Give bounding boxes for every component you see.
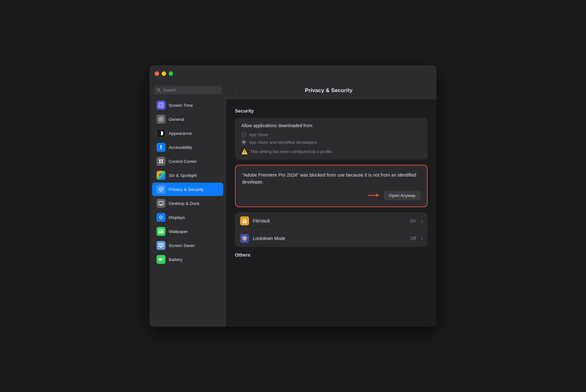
minimize-button[interactable] <box>162 71 166 76</box>
app-store-radio[interactable] <box>241 132 246 137</box>
sidebar-item-label: Control Center <box>169 159 197 164</box>
app-store-identified-radio[interactable] <box>241 140 246 145</box>
traffic-lights <box>155 71 173 76</box>
appearance-icon <box>157 129 165 138</box>
lockdown-chevron: › <box>421 236 422 241</box>
sidebar-item-battery[interactable]: Battery <box>152 253 223 266</box>
blocked-app-alert: "Adobe Premiere Pro 2024" was blocked fr… <box>235 165 428 207</box>
sidebar-item-label: Accessibility <box>169 145 192 150</box>
page-title: Privacy & Security <box>248 87 410 94</box>
sidebar: Screen Time General Ap <box>150 82 226 327</box>
titlebar <box>150 65 436 82</box>
search-icon <box>157 88 161 92</box>
svg-line-4 <box>161 105 162 106</box>
sidebar-item-label: General <box>169 117 184 122</box>
security-section-title: Security <box>235 108 428 113</box>
svg-point-17 <box>159 173 163 177</box>
sidebar-item-label: Displays <box>169 215 185 220</box>
svg-rect-14 <box>161 159 163 161</box>
download-from-card: Allow applications downloaded from App S… <box>235 118 428 160</box>
svg-text:✋: ✋ <box>244 237 247 240</box>
close-button[interactable] <box>155 71 159 76</box>
sidebar-item-general[interactable]: General <box>152 113 223 126</box>
wallpaper-icon <box>157 227 165 236</box>
svg-rect-29 <box>163 259 163 260</box>
sidebar-item-control-center[interactable]: Control Center <box>152 155 223 168</box>
desktop-icon <box>157 199 165 208</box>
app-store-label: App Store <box>249 132 268 137</box>
sidebar-item-label: Screen Time <box>169 103 193 108</box>
sidebar-item-accessibility[interactable]: Accessibility <box>152 141 223 154</box>
search-input[interactable] <box>163 88 219 92</box>
accessibility-icon <box>157 143 165 152</box>
arrow-indicator <box>367 192 380 199</box>
window-content: Screen Time General Ap <box>150 82 436 327</box>
privacy-icon <box>157 185 165 194</box>
sidebar-item-label: Privacy & Security <box>169 187 204 192</box>
app-store-identified-label: App Store and identified developers <box>249 140 317 145</box>
filevault-item[interactable]: FileVault On › <box>235 212 428 230</box>
download-from-label: Allow applications downloaded from <box>241 123 421 128</box>
svg-rect-13 <box>159 159 161 161</box>
filevault-value: On <box>410 218 416 223</box>
profile-warning: ⚠️ This setting has been configured by a… <box>241 149 421 155</box>
main-body: Security Allow applications downloaded f… <box>226 99 436 270</box>
sidebar-item-displays[interactable]: Displays <box>152 211 223 224</box>
sidebar-item-label: Appearance <box>169 131 192 136</box>
sidebar-item-appearance[interactable]: Appearance <box>152 127 223 140</box>
lockdown-label: Lockdown Mode <box>253 236 406 241</box>
svg-rect-24 <box>159 243 163 247</box>
back-button[interactable]: ‹ <box>234 86 238 94</box>
sidebar-item-screen-time[interactable]: Screen Time <box>152 98 223 112</box>
sidebar-item-label: Screen Saver <box>169 243 195 248</box>
forward-button[interactable]: › <box>241 86 245 94</box>
svg-line-1 <box>159 91 161 92</box>
sidebar-item-label: Wallpaper <box>169 229 188 234</box>
sidebar-item-wallpaper[interactable]: Wallpaper <box>152 225 223 238</box>
maximize-button[interactable] <box>169 71 173 76</box>
sidebar-item-label: Siri & Spotlight <box>169 173 197 178</box>
app-store-option[interactable]: App Store <box>241 132 421 137</box>
sidebar-item-screen-saver[interactable]: Screen Saver <box>152 239 223 252</box>
download-options: App Store App Store and identified devel… <box>241 132 421 145</box>
svg-rect-28 <box>159 259 162 260</box>
siri-icon <box>157 171 165 180</box>
others-section-title: Others <box>235 252 428 258</box>
lockdown-mode-item[interactable]: ✋ Lockdown Mode Off › <box>235 230 428 247</box>
svg-line-12 <box>161 148 162 149</box>
general-icon <box>157 115 165 124</box>
sidebar-item-siri-spotlight[interactable]: Siri & Spotlight <box>152 169 223 182</box>
battery-icon <box>157 255 165 264</box>
control-center-icon <box>157 157 165 166</box>
search-box[interactable] <box>153 86 222 94</box>
screen-saver-icon <box>157 241 165 250</box>
filevault-chevron: › <box>421 218 422 223</box>
main-content: ‹ › Privacy & Security Security Allow ap… <box>226 82 436 327</box>
warning-icon: ⚠️ <box>241 149 248 155</box>
svg-point-0 <box>157 88 160 91</box>
lockdown-icon: ✋ <box>240 234 249 243</box>
screen-time-icon <box>157 101 165 110</box>
blocked-app-message: "Adobe Premiere Pro 2024" was blocked fr… <box>242 172 421 186</box>
open-anyway-button[interactable]: Open Anyway <box>384 191 421 200</box>
svg-rect-18 <box>159 201 163 205</box>
displays-icon <box>157 213 165 222</box>
sidebar-item-label: Battery <box>169 257 182 262</box>
main-header: ‹ › Privacy & Security <box>226 82 436 99</box>
app-store-identified-option[interactable]: App Store and identified developers <box>241 140 421 145</box>
svg-point-8 <box>160 145 162 146</box>
svg-rect-16 <box>161 162 163 163</box>
svg-point-6 <box>160 119 162 120</box>
sidebar-item-privacy-security[interactable]: Privacy & Security <box>152 183 223 196</box>
sidebar-item-desktop-dock[interactable]: Desktop & Dock <box>152 197 223 210</box>
filevault-icon <box>240 216 249 225</box>
svg-point-22 <box>161 217 162 218</box>
svg-marker-31 <box>376 194 379 197</box>
warning-text: This setting has been configured by a pr… <box>250 149 333 154</box>
svg-rect-15 <box>159 162 161 163</box>
filevault-label: FileVault <box>253 218 406 223</box>
lockdown-value: Off <box>410 236 416 241</box>
alert-footer: Open Anyway <box>242 191 421 200</box>
sidebar-item-label: Desktop & Dock <box>169 201 200 206</box>
system-preferences-window: Screen Time General Ap <box>150 65 436 327</box>
